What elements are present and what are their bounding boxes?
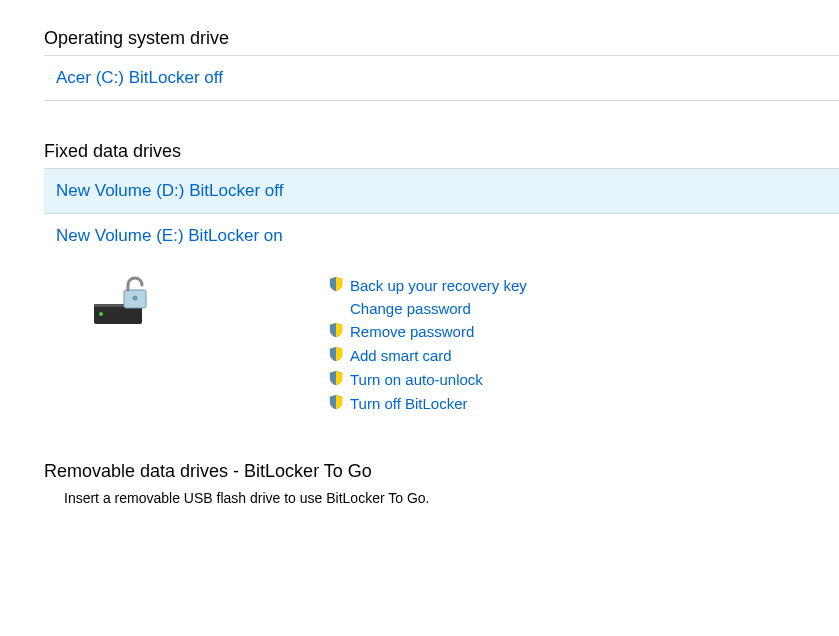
svg-point-2 [99,312,103,316]
shield-icon [328,322,344,341]
shield-icon [328,370,344,389]
drive-e-expanded: Back up your recovery key Change passwor… [44,258,839,443]
action-link: Turn on auto-unlock [350,371,483,388]
section-header-removable: Removable data drives - BitLocker To Go [44,461,839,482]
drive-e-actions: Back up your recovery key Change passwor… [328,276,527,413]
action-link: Back up your recovery key [350,277,527,294]
drive-link-e[interactable]: New Volume (E:) BitLocker on [56,226,283,245]
drive-link-d[interactable]: New Volume (D:) BitLocker off [56,181,283,200]
action-link: Change password [350,300,471,317]
svg-point-4 [133,296,138,301]
drive-unlocked-icon [94,276,158,326]
drive-row-c[interactable]: Acer (C:) BitLocker off [44,56,839,101]
action-link: Turn off BitLocker [350,395,468,412]
removable-description: Insert a removable USB flash drive to us… [44,482,839,506]
drive-row-e[interactable]: New Volume (E:) BitLocker on [44,214,839,258]
section-header-os: Operating system drive [44,28,839,56]
shield-icon [328,276,344,295]
action-link: Remove password [350,323,474,340]
drive-link-c[interactable]: Acer (C:) BitLocker off [56,68,223,87]
shield-icon [328,346,344,365]
action-add-smart-card[interactable]: Add smart card [328,346,527,365]
drive-row-d[interactable]: New Volume (D:) BitLocker off [44,169,839,214]
action-change-password[interactable]: Change password [328,300,527,317]
shield-icon [328,394,344,413]
section-header-fixed: Fixed data drives [44,141,839,169]
action-backup-key[interactable]: Back up your recovery key [328,276,527,295]
action-remove-password[interactable]: Remove password [328,322,527,341]
action-turn-off-bitlocker[interactable]: Turn off BitLocker [328,394,527,413]
action-auto-unlock[interactable]: Turn on auto-unlock [328,370,527,389]
action-link: Add smart card [350,347,452,364]
